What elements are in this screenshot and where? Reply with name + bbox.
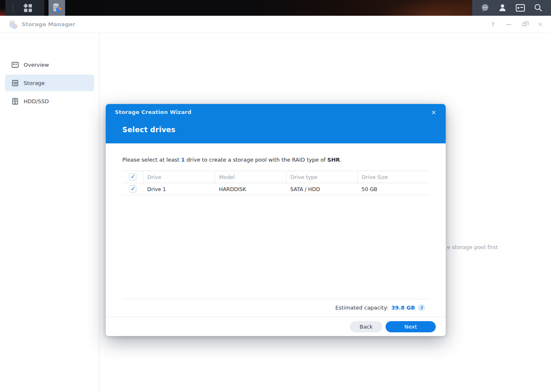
intro-text: Please select at least 1 drive to create… [122, 157, 429, 163]
search-icon[interactable] [534, 3, 543, 12]
drive-cell-name: Drive 1 [143, 183, 215, 195]
check-icon: ✓ [129, 185, 137, 192]
intro-count: 1 [181, 157, 185, 163]
drive-cell-size: 50 GB [357, 183, 429, 195]
taskbar-divider [13, 2, 13, 13]
intro-post: . [340, 157, 342, 163]
taskbar-panel [5, 0, 44, 16]
system-tray [472, 0, 551, 16]
dialog-body: Please select at least 1 drive to create… [106, 143, 446, 317]
estimated-capacity-value: 39.8 GB [391, 305, 415, 311]
user-icon[interactable] [498, 3, 507, 12]
overview-icon [12, 61, 19, 68]
desktop-topbar [0, 0, 551, 16]
storage-manager-window: Storage Manager ? ✕ Overview Storage [0, 16, 551, 392]
drive-cell-type: SATA / HDD [286, 183, 357, 195]
drive-cell-model: HARDDISK [215, 183, 286, 195]
notifications-icon[interactable] [481, 3, 490, 12]
drive-row-checkbox[interactable]: ✓ [129, 185, 136, 193]
background-empty-state-text: e storage pool first [447, 244, 498, 250]
column-header-drive-size[interactable]: Drive Size [357, 171, 429, 183]
estimated-capacity: Estimated capacity: 39.8 GB i [335, 304, 425, 311]
sidebar-item-hdd-ssd[interactable]: HDD/SSD [5, 94, 94, 109]
sidebar-item-label: Storage [24, 80, 45, 86]
restore-button[interactable] [521, 21, 528, 28]
estimated-capacity-label: Estimated capacity: [335, 305, 388, 311]
dialog-footer: Back Next [106, 317, 446, 336]
storage-manager-app-icon [51, 2, 62, 13]
intro-pre: Please select at least [122, 157, 181, 163]
window-title: Storage Manager [22, 21, 75, 27]
sidebar-item-storage[interactable]: Storage [5, 75, 94, 91]
minimize-button[interactable] [505, 21, 512, 28]
hdd-ssd-icon [12, 98, 19, 105]
info-icon[interactable]: i [418, 304, 425, 311]
column-header-drive[interactable]: Drive [143, 171, 215, 183]
dialog-step-heading: Select drives [122, 126, 175, 134]
window-titlebar: Storage Manager ? ✕ [0, 16, 551, 33]
dialog-title: Storage Creation Wizard [115, 109, 192, 115]
next-button[interactable]: Next [386, 321, 436, 332]
dialog-header: Storage Creation Wizard ✕ Select drives [106, 104, 446, 143]
sidebar-item-label: HDD/SSD [24, 98, 49, 104]
main-menu-icon[interactable] [24, 4, 32, 12]
intro-mid: drive to create a storage pool with the … [185, 157, 328, 163]
capacity-divider [122, 299, 429, 299]
back-button[interactable]: Back [350, 321, 382, 332]
drive-row[interactable]: ✓ Drive 1 HARDDISK SATA / HDD 50 GB [122, 183, 429, 195]
sidebar: Overview Storage HDD/SSD [0, 33, 100, 392]
help-button[interactable]: ? [490, 21, 496, 28]
taskbar-storage-manager-tile[interactable] [49, 0, 65, 16]
select-all-checkbox[interactable]: ✓ [129, 173, 136, 181]
window-controls: ? ✕ [490, 16, 544, 33]
column-header-model[interactable]: Model [215, 171, 286, 183]
drives-table-header-row: ✓ Drive Model Drive type Drive Size [122, 171, 429, 183]
storage-icon [12, 80, 19, 87]
storage-creation-wizard-dialog: Storage Creation Wizard ✕ Select drives … [106, 104, 446, 336]
sidebar-item-label: Overview [24, 62, 49, 68]
storage-manager-title-icon [7, 19, 18, 31]
intro-raid-type: SHR [328, 157, 340, 163]
close-button[interactable]: ✕ [537, 21, 544, 28]
sidebar-item-overview[interactable]: Overview [5, 57, 94, 72]
dialog-close-icon[interactable]: ✕ [429, 108, 438, 117]
drives-table: ✓ Drive Model Drive type Drive Size ✓ Dr… [122, 171, 429, 195]
column-header-drive-type[interactable]: Drive type [286, 171, 357, 183]
check-icon: ✓ [129, 173, 137, 180]
widgets-icon[interactable] [515, 3, 525, 12]
